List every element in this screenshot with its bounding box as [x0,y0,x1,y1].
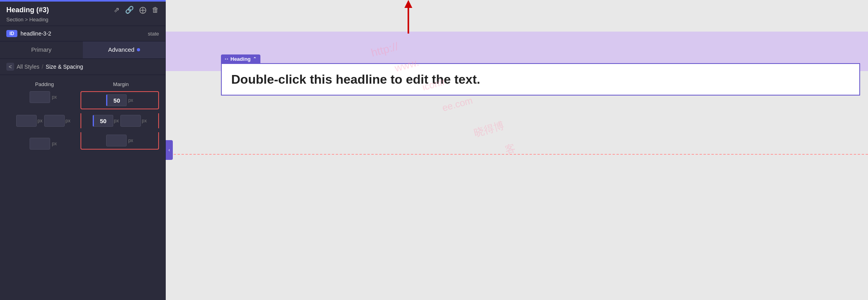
right-panel: ‹ Heading ⌃ Double-click this headline t… [166,0,868,300]
margin-label: Margin [83,81,159,87]
chip-dots [225,58,228,60]
left-panel: Heading (#3) ⇗ 🔗 ⨁ 🗑 Section > Heading I… [0,0,166,300]
margin-top-unit: px [128,98,133,103]
trash-icon[interactable]: 🗑 [152,6,159,14]
tabs-row: Primary Advanced [0,41,165,59]
share-icon[interactable]: ⇗ [114,6,120,14]
id-badge: ID [6,30,17,37]
padding-top-unit: px [52,94,57,100]
heading-display-text: Double-click this headline to edit the t… [231,72,480,86]
svg-marker-1 [404,0,412,8]
styles-breadcrumb: < All Styles / Size & Spacing [0,59,165,75]
spacing-labels: Padding Margin [6,81,159,87]
chip-chevron-icon[interactable]: ⌃ [253,56,256,62]
margin-dashed-indicator [166,154,868,155]
collapse-icon: ‹ [168,147,170,153]
tab-active-dot [137,48,140,51]
link-icon[interactable]: 🔗 [125,6,134,14]
watermark-4: ee.com [441,95,474,113]
heading-chip-label: Heading [230,56,251,62]
panel-title: Heading (#3) [6,6,49,14]
heading-element-chip[interactable]: Heading ⌃ [221,54,260,64]
panel-title-row: Heading (#3) ⇗ 🔗 ⨁ 🗑 [6,6,159,14]
watermark-5: 晓得博 [472,119,505,140]
panel-icons: ⇗ 🔗 ⨁ 🗑 [114,6,159,14]
id-input[interactable] [21,30,145,37]
spacing-section: Padding Margin px 50 px [0,75,165,156]
state-label: state [148,31,159,37]
breadcrumb-current: Size & Spacing [46,64,83,70]
padding-top-input[interactable] [30,91,50,103]
margin-left-input[interactable]: 50 [93,115,113,127]
id-row: ID state [0,26,165,41]
padding-right-input[interactable] [44,115,65,127]
tab-primary[interactable]: Primary [0,41,83,58]
margin-right-input[interactable] [120,115,141,127]
back-button[interactable]: < [6,63,14,71]
margin-top-input[interactable]: 50 [106,94,127,106]
breadcrumb: Section > Heading [6,17,159,22]
padding-bottom-input[interactable] [30,138,50,150]
add-icon[interactable]: ⨁ [139,6,146,14]
all-styles-link[interactable]: All Styles [17,64,39,70]
panel-header: Heading (#3) ⇗ 🔗 ⨁ 🗑 Section > Heading [0,0,165,26]
collapse-panel-button[interactable]: ‹ [166,140,173,160]
breadcrumb-separator: / [42,64,43,70]
margin-indicator-arrow [402,0,414,37]
tab-advanced[interactable]: Advanced [83,41,166,58]
margin-bottom-input[interactable] [106,135,127,146]
heading-content-block[interactable]: Double-click this headline to edit the t… [221,63,860,96]
padding-label: Padding [6,81,83,87]
padding-left-input[interactable] [16,115,37,127]
